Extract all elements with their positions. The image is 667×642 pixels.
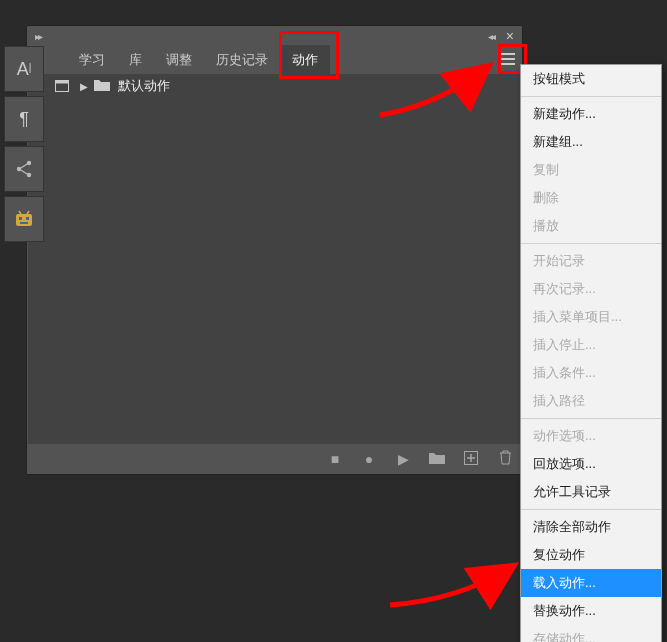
menu-insert-path[interactable]: 插入路径	[521, 387, 661, 415]
actions-panel: ▸▸ ◂◂ × 学习 库 调整 历史记录 动作 ✓ ▶ 默认动作 ■ ● ▶	[26, 25, 523, 475]
menu-insert-conditional[interactable]: 插入条件...	[521, 359, 661, 387]
expand-arrow-icon[interactable]: ▶	[80, 81, 88, 92]
menu-load-actions[interactable]: 载入动作...	[521, 569, 661, 597]
menu-separator	[521, 243, 661, 244]
annotation-arrow-2	[380, 555, 530, 615]
menu-delete[interactable]: 删除	[521, 184, 661, 212]
collapse-icon[interactable]: ◂◂	[488, 31, 494, 42]
menu-separator	[521, 96, 661, 97]
robot-panel-icon[interactable]	[4, 196, 44, 242]
svg-rect-9	[20, 222, 28, 224]
tab-bar: 学习 库 调整 历史记录 动作	[27, 46, 522, 74]
dialog-toggle-icon[interactable]	[52, 79, 72, 93]
menu-allow-tool-record[interactable]: 允许工具记录	[521, 478, 661, 506]
actions-flyout-menu: 按钮模式 新建动作... 新建组... 复制 删除 播放 开始记录 再次记录..…	[520, 64, 662, 642]
menu-clear-all[interactable]: 清除全部动作	[521, 513, 661, 541]
menu-record-again[interactable]: 再次记录...	[521, 275, 661, 303]
new-set-button[interactable]	[428, 451, 446, 467]
expand-icon[interactable]: ▸▸	[35, 31, 41, 42]
delete-button[interactable]	[496, 450, 514, 468]
menu-playback-options[interactable]: 回放选项...	[521, 450, 661, 478]
new-action-button[interactable]	[462, 451, 480, 468]
play-button[interactable]: ▶	[394, 451, 412, 467]
paragraph-panel-icon[interactable]: ¶	[4, 96, 44, 142]
actions-list: ✓ ▶ 默认动作	[28, 74, 521, 444]
left-icon-strip: A| ¶	[4, 46, 44, 246]
tab-history[interactable]: 历史记录	[204, 45, 280, 75]
svg-rect-6	[16, 214, 32, 226]
menu-reset[interactable]: 复位动作	[521, 541, 661, 569]
char-glyph: A	[17, 59, 29, 80]
menu-separator	[521, 418, 661, 419]
record-button[interactable]: ●	[360, 451, 378, 467]
action-set-row[interactable]: ✓ ▶ 默认动作	[28, 74, 521, 98]
character-panel-icon[interactable]: A|	[4, 46, 44, 92]
tab-learn[interactable]: 学习	[67, 45, 117, 75]
svg-rect-8	[26, 217, 29, 220]
action-set-name: 默认动作	[118, 77, 170, 95]
tab-adjustments[interactable]: 调整	[154, 45, 204, 75]
menu-start-record[interactable]: 开始记录	[521, 247, 661, 275]
panel-footer: ■ ● ▶	[27, 444, 522, 474]
menu-duplicate[interactable]: 复制	[521, 156, 661, 184]
svg-rect-7	[19, 217, 22, 220]
tab-actions[interactable]: 动作	[280, 45, 330, 75]
menu-insert-stop[interactable]: 插入停止...	[521, 331, 661, 359]
stop-button[interactable]: ■	[326, 451, 344, 467]
menu-action-options[interactable]: 动作选项...	[521, 422, 661, 450]
menu-save-actions[interactable]: 存储动作...	[521, 625, 661, 642]
menu-insert-menuitem[interactable]: 插入菜单项目...	[521, 303, 661, 331]
menu-replace-actions[interactable]: 替换动作...	[521, 597, 661, 625]
menu-new-set[interactable]: 新建组...	[521, 128, 661, 156]
share-panel-icon[interactable]	[4, 146, 44, 192]
flyout-menu-icon[interactable]	[498, 52, 516, 70]
menu-separator	[521, 509, 661, 510]
cursor-glyph: |	[29, 62, 32, 73]
close-icon[interactable]: ×	[506, 28, 514, 44]
tab-libraries[interactable]: 库	[117, 45, 154, 75]
menu-button-mode[interactable]: 按钮模式	[521, 65, 661, 93]
menu-play[interactable]: 播放	[521, 212, 661, 240]
svg-rect-1	[56, 81, 69, 84]
folder-icon	[94, 78, 110, 94]
menu-new-action[interactable]: 新建动作...	[521, 100, 661, 128]
panel-header: ▸▸ ◂◂ ×	[27, 26, 522, 46]
